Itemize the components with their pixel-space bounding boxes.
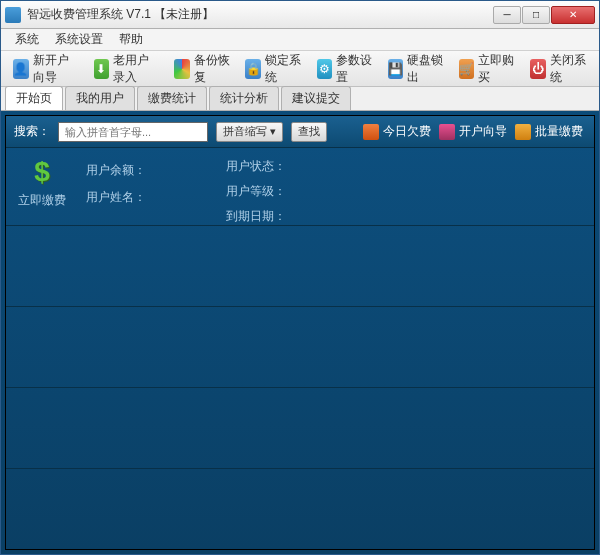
wizard-icon: 👤 xyxy=(13,59,29,79)
search-label: 搜索： xyxy=(14,123,50,140)
tab-bar: 开始页 我的用户 缴费统计 统计分析 建议提交 xyxy=(1,87,599,111)
today-arrears-link[interactable]: 今日欠费 xyxy=(363,123,431,140)
backup-restore-button[interactable]: 备份恢复 xyxy=(168,49,237,89)
expire-label: 到期日期： xyxy=(226,208,286,225)
list-row xyxy=(6,307,594,388)
list-row xyxy=(6,226,594,307)
status-label: 用户状态： xyxy=(226,158,286,175)
buy-now-button[interactable]: 🛒 立即购买 xyxy=(453,49,522,89)
label: 开户向导 xyxy=(459,123,507,140)
open-wizard-link[interactable]: 开户向导 xyxy=(439,123,507,140)
chevron-down-icon: ▾ xyxy=(270,125,276,138)
label: 参数设置 xyxy=(336,52,374,86)
level-label: 用户等级： xyxy=(226,183,286,200)
tab-fee-stats[interactable]: 缴费统计 xyxy=(137,86,207,110)
pay-now-button[interactable]: $ 立即缴费 xyxy=(18,156,66,217)
search-input[interactable] xyxy=(58,122,208,142)
label: 今日欠费 xyxy=(383,123,431,140)
params-button[interactable]: ⚙ 参数设置 xyxy=(311,49,380,89)
label: 关闭系统 xyxy=(550,52,588,86)
disk-icon: 💾 xyxy=(388,59,404,79)
user-fields-right: 用户状态： 用户等级： 到期日期： xyxy=(226,156,286,217)
batch-fee-link[interactable]: 批量缴费 xyxy=(515,123,583,140)
label: 硬盘锁出 xyxy=(407,52,445,86)
tab-my-users[interactable]: 我的用户 xyxy=(65,86,135,110)
user-fields-left: 用户余额： 用户姓名： xyxy=(86,156,146,217)
content-inner: 搜索： 拼音缩写 ▾ 查找 今日欠费 开户向导 批量缴费 xyxy=(5,115,595,550)
toolbar: 👤 新开户向导 ⬇ 老用户录入 备份恢复 🔒 锁定系统 ⚙ 参数设置 💾 硬盘锁… xyxy=(1,51,599,87)
search-bar: 搜索： 拼音缩写 ▾ 查找 今日欠费 开户向导 批量缴费 xyxy=(6,116,594,148)
backup-icon xyxy=(174,59,190,79)
app-icon xyxy=(5,7,21,23)
label: 立即购买 xyxy=(478,52,516,86)
cart-icon: 🛒 xyxy=(459,59,475,79)
label: 新开户向导 xyxy=(33,52,80,86)
window-title: 智远收费管理系统 V7.1 【未注册】 xyxy=(27,6,493,23)
window-controls: ─ □ ✕ xyxy=(493,6,595,24)
combo-label: 拼音缩写 xyxy=(223,124,267,139)
name-label: 用户姓名： xyxy=(86,189,146,206)
lock-system-button[interactable]: 🔒 锁定系统 xyxy=(239,49,308,89)
balance-label: 用户余额： xyxy=(86,162,146,179)
tab-stats-analysis[interactable]: 统计分析 xyxy=(209,86,279,110)
menu-bar: 系统 系统设置 帮助 xyxy=(1,29,599,51)
list-row xyxy=(6,469,594,549)
title-bar: 智远收费管理系统 V7.1 【未注册】 ─ □ ✕ xyxy=(1,1,599,29)
tab-start[interactable]: 开始页 xyxy=(5,86,63,110)
list-row xyxy=(6,388,594,469)
arrears-icon xyxy=(363,124,379,140)
close-system-button[interactable]: ⏻ 关闭系统 xyxy=(524,49,593,89)
search-go-button[interactable]: 查找 xyxy=(291,122,327,142)
dollar-icon: $ xyxy=(34,156,50,188)
content-area: 搜索： 拼音缩写 ▾ 查找 今日欠费 开户向导 批量缴费 xyxy=(1,111,599,554)
disk-lock-button[interactable]: 💾 硬盘锁出 xyxy=(382,49,451,89)
new-account-wizard-button[interactable]: 👤 新开户向导 xyxy=(7,49,86,89)
label: 批量缴费 xyxy=(535,123,583,140)
old-user-import-button[interactable]: ⬇ 老用户录入 xyxy=(88,49,167,89)
pay-now-label: 立即缴费 xyxy=(18,192,66,209)
menu-help[interactable]: 帮助 xyxy=(111,29,151,50)
settings-icon: ⚙ xyxy=(317,59,333,79)
label: 锁定系统 xyxy=(265,52,303,86)
label: 老用户录入 xyxy=(113,52,160,86)
wizard-icon xyxy=(439,124,455,140)
lock-icon: 🔒 xyxy=(245,59,261,79)
batch-icon xyxy=(515,124,531,140)
menu-settings[interactable]: 系统设置 xyxy=(47,29,111,50)
search-mode-combo[interactable]: 拼音缩写 ▾ xyxy=(216,122,283,142)
import-icon: ⬇ xyxy=(94,59,110,79)
tab-suggest[interactable]: 建议提交 xyxy=(281,86,351,110)
close-button[interactable]: ✕ xyxy=(551,6,595,24)
maximize-button[interactable]: □ xyxy=(522,6,550,24)
label: 备份恢复 xyxy=(194,52,232,86)
power-icon: ⏻ xyxy=(530,59,546,79)
user-info-panel: $ 立即缴费 用户余额： 用户姓名： 用户状态： 用户等级： 到期日期： xyxy=(6,148,594,226)
menu-system[interactable]: 系统 xyxy=(7,29,47,50)
minimize-button[interactable]: ─ xyxy=(493,6,521,24)
